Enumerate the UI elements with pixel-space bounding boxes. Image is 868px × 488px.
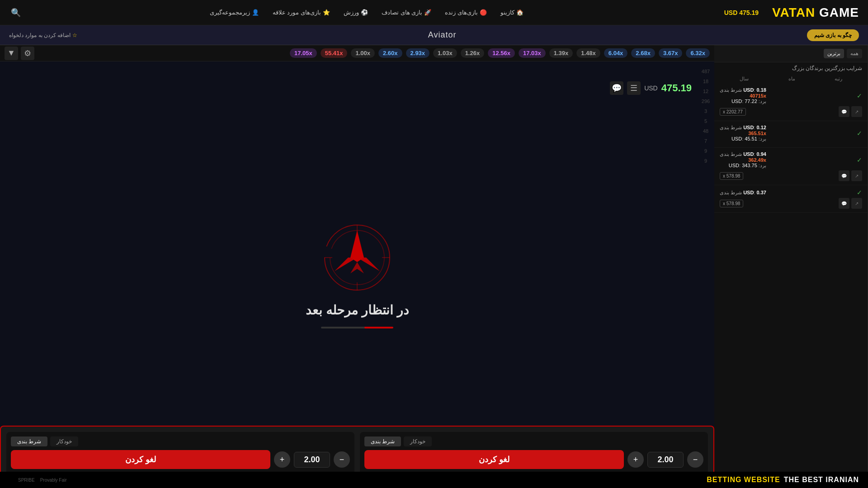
multiplier-bar: 6.32x 3.67x 2.68x 6.04x 1.48x 1.39x 17.0… [0,45,714,61]
sub-nav-right: ☆ اضافه کردن به موارد دلخواه [9,32,77,38]
nav-item-sports[interactable]: ⚽ ورزش [338,6,373,19]
bet-badge-4: x 578.98 [720,200,743,207]
subgroup-icon: 👤 [252,9,259,16]
sidebar-tab-all[interactable]: همه [847,49,862,58]
bet-row: ✓ USD: 0.94 شرط بندی 362.49x برد: USD: 3… [714,148,868,185]
mult-badge-11: 2.60x [378,48,402,58]
banner-logos: Provably Fair SPRIBE [18,478,67,483]
bet-win-3: برد: USD: 343.75 [720,163,766,169]
top-navigation: VATAN GAME USD 475.19 👤 زیرمجموعه‌گیری ⭐… [0,0,868,25]
bet-row: ✓ USD: 0.37 شرط بندی ↗ 💬 x 578.98 [714,185,868,213]
bet-amount-2: USD: 0.12 شرط بندی [720,125,766,131]
star-icon: ☆ [72,32,77,38]
nav-item-subgroup[interactable]: 👤 زیرمجموعه‌گیری [204,6,264,19]
sub-navigation: چگو به بازی‌ شیم Aviator ☆ اضافه کردن به… [0,25,868,45]
right-num-9: 9 [704,158,707,164]
sidebar-columns: رتبه ماه سال [714,74,868,84]
sub-nav-left: چگو به بازی‌ شیم [807,29,859,41]
mult-badge-8: 1.26x [461,48,485,58]
provably-fair-logo: Provably Fair [40,478,67,483]
game-canvas: @keyframes spin { from { transform-origi… [0,61,714,488]
nav-item-casino[interactable]: 🏠 کازینو [495,6,529,19]
bet-row: ✓ USD: 0.18 شرط بندی 40715x برد: USD: 77… [714,84,868,121]
waiting-text: در انتظار مرحله بعد [306,303,408,318]
search-icon[interactable]: 🔍 [9,6,23,19]
bet-plus-1[interactable]: + [627,451,644,468]
cancel-button-2[interactable]: لغو کردن [11,450,270,469]
progress-fill [364,327,393,328]
bet-plus-2[interactable]: + [274,451,290,468]
site-logo: VATAN GAME [772,5,859,20]
right-numbers-column: 487 18 12 296 3 5 48 7 9 9 [697,65,714,164]
game-balance-currency: USD [644,84,658,92]
mult-badge-13: 55.41x [321,48,348,58]
add-favorite-link[interactable]: ☆ اضافه کردن به موارد دلخواه [9,32,77,38]
bet-win-2: برد: USD: 45.51 [720,136,766,142]
chat-icon-button[interactable]: 💬 [610,81,623,95]
bet-minus-1[interactable]: − [687,451,703,468]
bet-row: ✓ USD: 0.12 شرط بندی 365.51x برد: USD: 4… [714,121,868,148]
mult-badge-7: 12.56x [488,48,515,58]
bet-controls-2: − + لغو کردن [11,450,350,469]
comment-btn-3[interactable]: 💬 [839,170,849,181]
share-btn-1[interactable]: ↗ [851,106,862,117]
share-btn-3[interactable]: ↗ [851,170,862,181]
settings-icon[interactable]: ⚙ [21,47,34,60]
nav-item-favorites[interactable]: ⭐ بازی‌های مورد علاقه [267,6,335,19]
sidebar-header: همه برترین [714,45,868,62]
right-num-5: 5 [704,118,707,124]
mult-badge-12: 1.00x [351,48,375,58]
bottom-banner: THE BEST IRANIAN BETTING WEBSITE Provabl… [0,472,868,488]
bet-panel-2-tabs: خودکار شرط بندی [11,436,350,446]
crash-icon: 🚀 [424,9,431,16]
share-buttons-1: ↗ 💬 [839,106,862,117]
banner-prefix: THE BEST IRANIAN [784,476,859,484]
nav-item-crash[interactable]: 🚀 بازی های تصادف [376,6,437,19]
share-buttons-4: ↗ 💬 [839,198,862,209]
bet-multiplier-1: 40715x [720,93,766,99]
bet-panel-1-tab-bet[interactable]: شرط بندی [364,436,401,446]
bet-amount-4: USD: 0.37 شرط بندی [720,190,766,196]
big-winners-title: شرایب بزرگترین برندگان بزرگ [714,62,868,74]
mult-badge-6: 17.03x [519,48,546,58]
live-icon: 🔴 [480,9,487,16]
comment-btn-4[interactable]: 💬 [839,198,849,209]
banner-highlight: BETTING WEBSITE [707,476,780,484]
balance-display: USD 475.19 [724,9,759,16]
bet-panel-2-tab-bet[interactable]: شرط بندی [11,436,47,446]
right-num-0: 487 [702,69,710,74]
bet-amount-3: USD: 0.94 شرط بندی [720,151,766,157]
cancel-button-1[interactable]: لغو کردن [364,450,624,469]
main-layout: همه برترین شرایب بزرگترین برندگان بزرگ ر… [0,45,868,488]
casino-icon: 🏠 [516,9,524,16]
game-area: 6.32x 3.67x 2.68x 6.04x 1.48x 1.39x 17.0… [0,45,714,488]
bet-win-1: برد: USD: 77.22 [720,99,766,104]
nav-right: 🔍 [9,6,23,19]
check-icon: ✓ [857,156,862,164]
bet-panel-2-tab-auto[interactable]: خودکار [50,436,78,446]
left-sidebar: همه برترین شرایب بزرگترین برندگان بزرگ ر… [714,45,868,488]
bet-minus-2[interactable]: − [334,451,350,468]
game-title: Aviator [77,30,807,40]
play-button[interactable]: چگو به بازی‌ شیم [807,29,859,41]
right-num-1: 18 [703,79,708,84]
menu-icon-button[interactable]: ☰ [627,81,641,95]
check-icon: ✓ [857,189,862,196]
spinner-container: @keyframes spin { from { transform-origi… [306,221,408,328]
share-btn-4[interactable]: ↗ [851,198,862,209]
bet-value-input-2[interactable] [294,452,330,468]
sidebar-tab-top[interactable]: برترین [824,49,844,58]
bet-amount-1: USD: 0.18 شرط بندی [720,87,766,93]
check-icon: ✓ [857,92,862,99]
comment-btn-1[interactable]: 💬 [839,106,849,117]
bet-panel-1-tab-auto[interactable]: خودکار [404,436,432,446]
bet-multiplier-2: 365.51x [720,131,766,136]
history-icon[interactable]: ▼ [5,47,18,60]
mult-badge-14: 17.05x [290,48,317,58]
right-num-6: 48 [703,128,708,134]
mult-badge-3: 6.04x [604,48,628,58]
bet-multiplier-3: 362.49x [720,157,766,163]
nav-item-live[interactable]: 🔴 بازی‌های زنده [439,6,492,19]
bet-value-input-1[interactable] [647,452,684,468]
aviator-spinner-icon: @keyframes spin { from { transform-origi… [321,221,393,294]
